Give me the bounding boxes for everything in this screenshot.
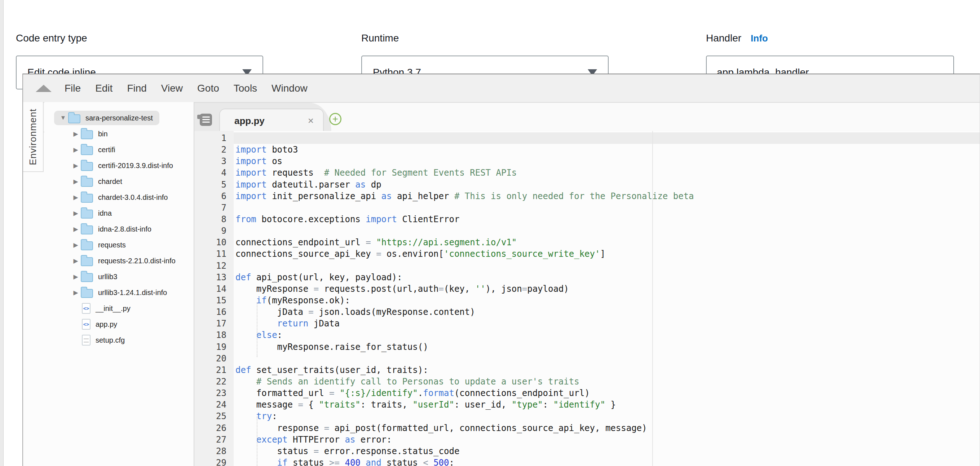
line-number[interactable]: 1 <box>221 132 226 144</box>
menu-item-file[interactable]: File <box>65 83 81 94</box>
menu-item-tools[interactable]: Tools <box>234 83 257 94</box>
menu-item-goto[interactable]: Goto <box>197 83 219 94</box>
code-line-4[interactable]: import requests # Needed for Segment Eve… <box>234 167 980 178</box>
code-line-5[interactable]: import dateutil.parser as dp <box>234 179 980 191</box>
code-line-21[interactable]: def set_user_traits(user_id, traits): <box>234 364 980 376</box>
code-line-9[interactable] <box>234 225 980 237</box>
line-number[interactable]: 23 <box>216 387 226 399</box>
line-number[interactable]: 4 <box>221 167 226 178</box>
code-line-19[interactable]: myResponse.raise_for_status() <box>234 341 980 353</box>
tree-item-bin[interactable]: ▶bin <box>45 126 192 142</box>
line-number[interactable]: 3 <box>221 156 226 167</box>
line-number[interactable]: 16 <box>216 306 226 318</box>
code-line-3[interactable]: import os <box>234 156 980 167</box>
tree-item-setup-cfg[interactable]: setup.cfg <box>45 332 192 348</box>
code-line-12[interactable] <box>234 260 980 272</box>
tree-item-urllib3-1-24-1-dist-info[interactable]: ▶urllib3-1.24.1.dist-info <box>45 285 192 301</box>
code-line-28[interactable]: status = error.response.status_code <box>234 445 980 457</box>
line-number[interactable]: 22 <box>216 376 226 387</box>
line-number[interactable]: 24 <box>216 399 226 410</box>
disclosure-triangle-icon[interactable]: ▶ <box>72 210 80 217</box>
code-line-2[interactable]: import boto3 <box>234 144 980 156</box>
code-line-29[interactable]: if status >= 400 and status < 500: <box>234 457 980 466</box>
line-number[interactable]: 19 <box>216 341 226 353</box>
code-line-6[interactable]: import init_personalize_api as api_helpe… <box>234 191 980 202</box>
line-number[interactable]: 11 <box>216 248 226 260</box>
tree-item-urllib3[interactable]: ▶urllib3 <box>45 269 192 285</box>
line-number[interactable]: 25 <box>216 410 226 422</box>
menu-item-find[interactable]: Find <box>127 83 146 94</box>
line-number[interactable]: 8 <box>221 213 226 225</box>
disclosure-triangle-icon[interactable]: ▶ <box>72 146 80 154</box>
line-number[interactable]: 21 <box>216 364 226 376</box>
tree-item-idna[interactable]: ▶idna <box>45 205 192 221</box>
disclosure-triangle-icon[interactable]: ▶ <box>72 289 80 296</box>
code-line-14[interactable]: myResponse = requests.post(url,auth=(key… <box>234 283 980 295</box>
line-number[interactable]: 29 <box>216 457 226 466</box>
line-number[interactable]: 13 <box>216 272 226 283</box>
tree-item-requests-2-21-0-dist-info[interactable]: ▶requests-2.21.0.dist-info <box>45 253 192 269</box>
disclosure-triangle-icon[interactable]: ▶ <box>72 194 80 201</box>
tree-item-certifi[interactable]: ▶certifi <box>45 142 192 157</box>
tree-item-chardet-3-0-4-dist-info[interactable]: ▶chardet-3.0.4.dist-info <box>45 189 192 205</box>
menu-item-edit[interactable]: Edit <box>95 83 113 94</box>
python-file-icon <box>82 303 91 314</box>
line-number[interactable]: 2 <box>221 144 226 156</box>
tree-item--init-py[interactable]: __init__.py <box>45 301 192 316</box>
tree-item-certifi-2019-3-9-dist-info[interactable]: ▶certifi-2019.3.9.dist-info <box>45 157 192 173</box>
tab-app-py[interactable]: app.py × <box>219 108 324 132</box>
menu-item-window[interactable]: Window <box>272 83 307 94</box>
line-number[interactable]: 15 <box>216 295 226 306</box>
handler-info-link[interactable]: Info <box>751 33 768 44</box>
code-line-25[interactable]: try: <box>234 410 980 422</box>
code-line-13[interactable]: def api_post(url, key, payload): <box>234 272 980 283</box>
line-number[interactable]: 6 <box>221 191 226 202</box>
line-number[interactable]: 26 <box>216 422 226 434</box>
tree-item-requests[interactable]: ▶requests <box>45 237 192 253</box>
code-line-17[interactable]: return jData <box>234 318 980 329</box>
line-number[interactable]: 18 <box>216 329 226 341</box>
code-editor-surface[interactable]: import jsonimport boto3import osimport r… <box>234 131 980 466</box>
code-line-15[interactable]: if(myResponse.ok): <box>234 295 980 306</box>
line-number[interactable]: 17 <box>216 318 226 329</box>
tree-item-app-py[interactable]: app.py <box>45 316 192 332</box>
line-number[interactable]: 5 <box>221 179 226 191</box>
disclosure-triangle-icon[interactable]: ▶ <box>72 257 80 265</box>
tab-list-icon[interactable] <box>200 114 212 126</box>
tree-item-idna-2-8-dist-info[interactable]: ▶idna-2.8.dist-info <box>45 221 192 237</box>
close-tab-icon[interactable]: × <box>308 116 314 126</box>
line-number[interactable]: 14 <box>216 283 226 295</box>
code-line-11[interactable]: connections_source_api_key = os.environ[… <box>234 248 980 260</box>
code-line-27[interactable]: except HTTPError as error: <box>234 434 980 445</box>
menu-item-view[interactable]: View <box>161 83 183 94</box>
disclosure-triangle-icon[interactable]: ▶ <box>72 178 80 185</box>
line-number[interactable]: 20 <box>216 353 226 364</box>
line-number[interactable]: 27 <box>216 434 226 445</box>
disclosure-triangle-icon[interactable]: ▶ <box>72 241 80 249</box>
code-line-10[interactable]: connections_endpoint_url = "https://api.… <box>234 237 980 248</box>
code-line-16[interactable]: jData = json.loads(myResponse.content) <box>234 306 980 318</box>
line-number[interactable]: 9 <box>221 225 226 237</box>
new-tab-icon[interactable]: + <box>329 113 342 125</box>
collapse-editor-icon[interactable] <box>36 85 52 92</box>
code-line-24[interactable]: message = { "traits": traits, "userId": … <box>234 399 980 410</box>
code-line-22[interactable]: # Sends an identify call to Personas to … <box>234 376 980 387</box>
disclosure-triangle-icon[interactable]: ▼ <box>59 115 67 122</box>
line-number[interactable]: 7 <box>221 202 226 213</box>
line-number[interactable]: 12 <box>216 260 226 272</box>
code-line-26[interactable]: response = api_post(formatted_url, conne… <box>234 422 980 434</box>
code-line-8[interactable]: from botocore.exceptions import ClientEr… <box>234 213 980 225</box>
code-line-23[interactable]: formatted_url = "{:s}/identify".format(c… <box>234 387 980 399</box>
tree-item-sara-personalize-test[interactable]: ▼sara-personalize-test <box>45 110 192 126</box>
code-line-20[interactable] <box>234 353 980 364</box>
line-number[interactable]: 28 <box>216 445 226 457</box>
disclosure-triangle-icon[interactable]: ▶ <box>72 162 80 170</box>
disclosure-triangle-icon[interactable]: ▶ <box>72 226 80 233</box>
code-line-7[interactable] <box>234 202 980 213</box>
line-number[interactable]: 10 <box>216 237 226 248</box>
disclosure-triangle-icon[interactable]: ▶ <box>72 273 80 281</box>
environment-side-tab[interactable]: Environment <box>23 102 44 172</box>
disclosure-triangle-icon[interactable]: ▶ <box>72 130 80 138</box>
tree-item-chardet[interactable]: ▶chardet <box>45 173 192 189</box>
code-line-18[interactable]: else: <box>234 329 980 341</box>
